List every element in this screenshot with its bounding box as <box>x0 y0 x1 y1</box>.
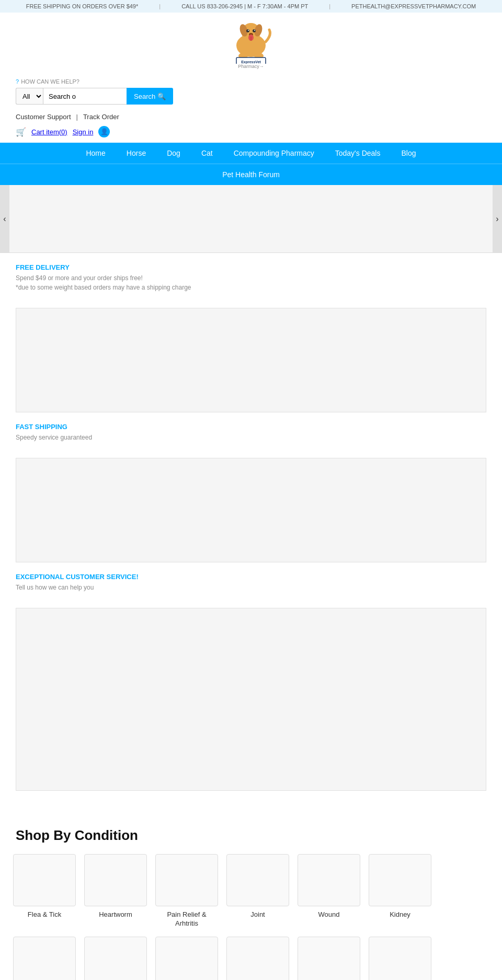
search-button[interactable]: Search 🔍 <box>127 88 173 105</box>
condition-thyroid[interactable]: Thyroid <box>155 937 218 980</box>
help-icon: ? <box>16 78 19 85</box>
svg-text:ExpressVet: ExpressVet <box>241 60 261 64</box>
logo-subtitle: Pharmacy→ <box>225 64 277 69</box>
banner-next[interactable]: › <box>493 185 502 252</box>
condition-grid: Flea & Tick Heartworm Pain Relief & Arht… <box>0 854 502 980</box>
search-area: ? HOW CAN WE HELP? All Search 🔍 <box>0 73 502 110</box>
search-button-icon: 🔍 <box>157 93 166 100</box>
condition-hormonal-img <box>298 937 360 980</box>
svg-point-4 <box>246 29 249 32</box>
condition-wound-img <box>298 854 360 906</box>
condition-dental[interactable]: Dental <box>84 937 147 980</box>
logo-svg: ExpressVet <box>225 17 277 64</box>
nav-dog[interactable]: Dog <box>156 143 191 164</box>
phone-info: CALL US 833-206-2945 | M - F 7:30AM - 4P… <box>181 3 308 9</box>
promo-banner-1 <box>16 308 486 412</box>
logo[interactable]: ExpressVet Pharmacy→ <box>225 17 277 69</box>
nav-sub-row: Pet Health Forum <box>0 164 502 185</box>
user-icon: 👤 <box>98 126 110 137</box>
condition-kidney[interactable]: Kidney <box>369 854 431 928</box>
email-info: PETHEALTH@EXPRESSVETPHARMACY.COM <box>351 3 476 9</box>
condition-allergy[interactable]: Allergy Relief <box>13 937 76 980</box>
free-delivery-title: FREE DELIVERY <box>16 263 486 271</box>
nav-home[interactable]: Home <box>75 143 116 164</box>
shipping-info: FREE SHIPPING ON ORDERS OVER $49* <box>26 3 139 9</box>
condition-joint[interactable]: Joint <box>226 854 289 928</box>
help-label: ? HOW CAN WE HELP? <box>16 78 486 85</box>
condition-flea-tick-img <box>13 854 76 906</box>
free-delivery-desc: Spend $49 or more and your order ships f… <box>16 273 486 292</box>
search-input[interactable] <box>43 88 127 105</box>
condition-heartworm[interactable]: Heartworm <box>84 854 147 928</box>
fast-shipping-desc: Speedy service guaranteed <box>16 433 486 442</box>
sign-in-link[interactable]: Sign in <box>73 128 94 136</box>
shop-by-condition-title: Shop By Condition <box>0 812 502 854</box>
cart-link[interactable]: Cart item(0) <box>31 128 67 136</box>
condition-thyroid-img <box>155 937 218 980</box>
cart-row: 🛒 Cart item(0) Sign in 👤 <box>0 124 502 143</box>
nav-horse[interactable]: Horse <box>116 143 156 164</box>
condition-stomach-img <box>369 937 431 980</box>
main-nav: Home Horse Dog Cat Compounding Pharmacy … <box>0 143 502 185</box>
features-section: FREE DELIVERY Spend $49 or more and your… <box>0 253 502 812</box>
svg-point-6 <box>248 30 249 31</box>
condition-allergy-img <box>13 937 76 980</box>
condition-compound[interactable]: Compound <box>226 937 289 980</box>
search-category-select[interactable]: All <box>16 88 43 105</box>
condition-flea-tick[interactable]: Flea & Tick <box>13 854 76 928</box>
nav-main-row: Home Horse Dog Cat Compounding Pharmacy … <box>0 143 502 164</box>
condition-joint-label: Joint <box>250 910 265 919</box>
nav-blog[interactable]: Blog <box>391 143 426 164</box>
condition-wound[interactable]: Wound <box>298 854 360 928</box>
logo-area: ExpressVet Pharmacy→ <box>0 13 502 73</box>
condition-pain-relief[interactable]: Pain Relief & Arhtritis <box>155 854 218 928</box>
customer-support-link[interactable]: Customer Support <box>16 113 71 121</box>
condition-pain-relief-img <box>155 854 218 906</box>
support-row: Customer Support | Track Order <box>0 110 502 124</box>
condition-flea-tick-label: Flea & Tick <box>28 910 61 919</box>
feature-free-delivery: FREE DELIVERY Spend $49 or more and your… <box>16 263 486 292</box>
condition-pain-relief-label: Pain Relief & Arhtritis <box>155 910 218 928</box>
search-button-label: Search <box>134 93 155 100</box>
condition-dental-img <box>84 937 147 980</box>
fast-shipping-title: FAST SHIPPING <box>16 423 486 431</box>
top-bar: FREE SHIPPING ON ORDERS OVER $49* | CALL… <box>0 0 502 13</box>
search-row: All Search 🔍 <box>16 88 486 105</box>
divider-1: | <box>159 3 161 9</box>
feature-fast-shipping: FAST SHIPPING Speedy service guaranteed <box>16 423 486 442</box>
promo-banner-3 <box>16 608 486 791</box>
condition-stomach[interactable]: Stomach & Digestive <box>369 937 431 980</box>
shop-by-condition-section: Shop By Condition Flea & Tick Heartworm … <box>0 812 502 980</box>
condition-heartworm-img <box>84 854 147 906</box>
condition-heartworm-label: Heartworm <box>99 910 132 919</box>
condition-hormonal[interactable]: Hormonal Endocrine <box>298 937 360 980</box>
banner-prev[interactable]: ‹ <box>0 185 9 252</box>
nav-cat[interactable]: Cat <box>191 143 223 164</box>
customer-service-desc: Tell us how we can help you <box>16 583 486 592</box>
divider-2: | <box>329 3 330 9</box>
svg-point-7 <box>254 30 255 31</box>
cart-icon: 🛒 <box>16 127 26 137</box>
condition-compound-img <box>226 937 289 980</box>
nav-deals[interactable]: Today's Deals <box>325 143 391 164</box>
condition-kidney-img <box>369 854 431 906</box>
condition-joint-img <box>226 854 289 906</box>
banner-content <box>9 185 493 252</box>
svg-point-5 <box>253 29 256 32</box>
condition-kidney-label: Kidney <box>390 910 410 919</box>
promo-banner-2 <box>16 458 486 562</box>
feature-customer-service: EXCEPTIONAL CUSTOMER SERVICE! Tell us ho… <box>16 573 486 592</box>
support-divider: | <box>76 113 78 121</box>
condition-wound-label: Wound <box>318 910 340 919</box>
nav-pet-health-forum[interactable]: Pet Health Forum <box>212 164 290 185</box>
banner-slider: ‹ › <box>0 185 502 253</box>
nav-compounding[interactable]: Compounding Pharmacy <box>223 143 325 164</box>
customer-service-title: EXCEPTIONAL CUSTOMER SERVICE! <box>16 573 486 581</box>
track-order-link[interactable]: Track Order <box>83 113 119 121</box>
